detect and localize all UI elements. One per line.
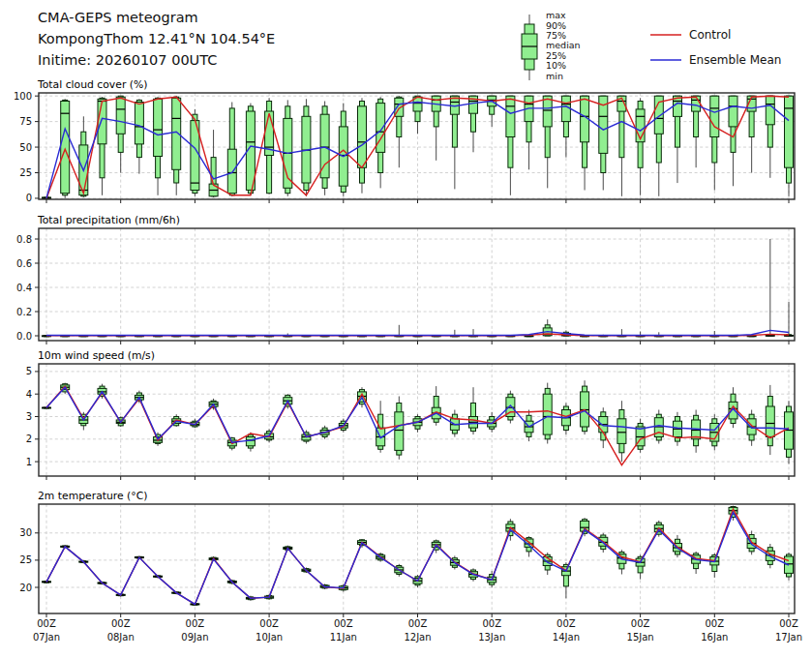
panel-precip: Total precipitation (mm/6h)0.00.20.40.60… xyxy=(16,214,795,344)
x-tick-hour: 00Z xyxy=(334,618,353,629)
panel-wind: 10m wind speed (m/s)12345 xyxy=(26,349,795,480)
panel-title-wind: 10m wind speed (m/s) xyxy=(38,349,155,362)
panel-title-cloud: Total cloud cover (%) xyxy=(37,78,147,91)
legend-quantile-label: max xyxy=(546,10,566,20)
line-legend: ControlEnsemble Mean xyxy=(650,28,781,67)
y-tick-label: 0.8 xyxy=(16,234,32,245)
y-tick-label: 3 xyxy=(26,411,32,422)
x-tick-hour: 00Z xyxy=(631,618,650,629)
y-tick-label: 2 xyxy=(26,434,32,444)
x-tick-day: 16Jan xyxy=(701,632,728,643)
x-tick-hour: 00Z xyxy=(111,618,131,629)
meteogram-chart: Total cloud cover (%)0255075100Total pre… xyxy=(0,0,812,658)
x-tick-hour: 00Z xyxy=(408,618,428,629)
meteogram-page: Total cloud cover (%)0255075100Total pre… xyxy=(0,0,812,658)
x-tick-day: 14Jan xyxy=(553,632,580,643)
y-tick-label: 5 xyxy=(26,366,32,376)
legend-quantile-label: 10% xyxy=(546,60,566,71)
y-tick-label: 50 xyxy=(19,142,32,153)
x-tick-day: 13Jan xyxy=(478,632,505,643)
y-tick-label: 1 xyxy=(26,457,32,467)
x-tick-hour: 00Z xyxy=(482,618,501,629)
legend-quantile-label: 75% xyxy=(546,30,566,41)
panel-title-precip: Total precipitation (mm/6h) xyxy=(37,214,180,226)
x-tick-day: 17Jan xyxy=(775,632,802,643)
x-tick-day: 11Jan xyxy=(330,632,357,643)
x-tick-day: 12Jan xyxy=(404,632,431,643)
x-tick-hour: 00Z xyxy=(779,618,798,629)
y-tick-label: 25 xyxy=(19,167,32,178)
y-tick-label: 25 xyxy=(19,554,32,565)
legend-line-label: Ensemble Mean xyxy=(689,53,781,67)
boxplot-legend: max90%75%median25%10%min xyxy=(522,10,581,81)
chart-inittime: Initime: 20260107 00UTC xyxy=(38,49,275,71)
y-tick-label: 20 xyxy=(19,583,32,593)
panel-cloud: Total cloud cover (%)0255075100 xyxy=(14,78,795,203)
x-tick-hour: 00Z xyxy=(259,618,279,629)
x-tick-hour: 00Z xyxy=(37,618,56,629)
x-tick-day: 08Jan xyxy=(107,632,135,643)
y-tick-label: 0 xyxy=(26,193,32,203)
chart-header: CMA-GEPS meteogram KompongThom 12.41°N 1… xyxy=(38,7,275,71)
x-tick-hour: 00Z xyxy=(556,618,576,629)
y-tick-label: 75 xyxy=(19,116,32,127)
x-axis-labels: 00Z07Jan00Z08Jan00Z09Jan00Z10Jan00Z11Jan… xyxy=(33,618,802,643)
panel-temp: 2m temperature (°C)202530 xyxy=(19,490,795,617)
x-tick-day: 10Jan xyxy=(256,632,283,643)
x-tick-day: 15Jan xyxy=(627,632,654,643)
legend-quantile-label: min xyxy=(546,71,563,81)
x-tick-day: 09Jan xyxy=(181,632,208,643)
y-tick-label: 0.4 xyxy=(16,283,32,293)
legend-line-label: Control xyxy=(689,28,731,42)
y-tick-label: 4 xyxy=(26,389,32,400)
x-tick-day: 07Jan xyxy=(33,632,60,643)
y-tick-label: 100 xyxy=(14,91,32,102)
y-tick-label: 0.6 xyxy=(16,258,32,269)
legend-quantile-label: median xyxy=(546,40,581,50)
chart-title: CMA-GEPS meteogram xyxy=(38,7,275,28)
y-tick-label: 30 xyxy=(19,527,32,538)
x-tick-hour: 00Z xyxy=(706,618,725,629)
y-tick-label: 0.0 xyxy=(16,331,32,342)
chart-location: KompongThom 12.41°N 104.54°E xyxy=(38,28,275,49)
x-tick-hour: 00Z xyxy=(186,618,205,629)
panel-title-temp: 2m temperature (°C) xyxy=(38,490,147,502)
y-tick-label: 0.2 xyxy=(16,307,32,317)
